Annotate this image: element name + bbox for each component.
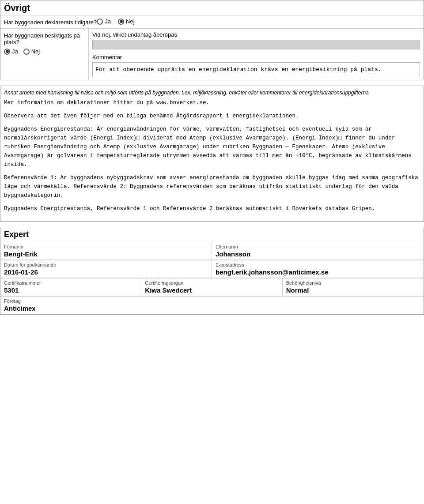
- info-paragraph2: Observera att det även följer med en bil…: [4, 112, 420, 120]
- kommentar-label: Kommentar: [92, 54, 420, 60]
- deklaration-nej-radio[interactable]: [118, 19, 124, 25]
- undantag-kommentar-col: Vid nej, vilket undantag åberopas Kommen…: [89, 29, 424, 80]
- behorighet-label: Behörighetsnivå: [286, 280, 420, 286]
- certifikat-label: Certifikatnummer: [4, 280, 137, 286]
- expert-datum-row: Datum för godkännande 2016-01-26 E-posta…: [0, 260, 424, 278]
- deklaration-ja-label[interactable]: Ja: [97, 18, 111, 25]
- expert-section: Expert Förnamn Bengt-Erik Efternamn Joha…: [0, 227, 424, 315]
- besiktigats-nej-label[interactable]: Nej: [23, 48, 40, 55]
- besiktigats-nej-radio[interactable]: [23, 49, 30, 55]
- certorgan-label: Certifieringsorgan: [145, 280, 278, 286]
- deklaration-row: Har byggnaden deklarerats tidigare? Ja N…: [0, 15, 424, 28]
- efternamn-label: Efternamn: [216, 244, 420, 249]
- foretag-value: Anticimex: [4, 305, 420, 312]
- deklaration-radios: Ja Nej: [97, 18, 420, 25]
- undantag-input[interactable]: [92, 40, 420, 49]
- besiktigats-col-left: Har byggnaden besiktigats på plats? Ja N…: [0, 29, 89, 80]
- epost-value: bengt.erik.johansson@anticimex.se: [216, 268, 420, 276]
- behorighet-cell: Behörighetsnivå Normal: [283, 278, 424, 296]
- fornamn-value: Bengt-Erik: [4, 250, 208, 258]
- info-paragraph4: Referensvärde 1: Är byggnadens nybyggnad…: [4, 173, 420, 200]
- datum-cell: Datum för godkännande 2016-01-26: [0, 260, 212, 278]
- expert-name-row: Förnamn Bengt-Erik Efternamn Johansson: [0, 242, 424, 260]
- foretag-label: Företag: [4, 298, 420, 304]
- besiktigats-label: Har byggnaden besiktigats på plats?: [4, 31, 92, 45]
- info-content: Mer information om deklarationer hittar …: [4, 98, 420, 213]
- kommentar-box: För att oberoende upprätta en energidekl…: [92, 62, 420, 77]
- fornamn-label: Förnamn: [4, 244, 208, 249]
- besiktigats-ja-label[interactable]: Ja: [4, 48, 18, 55]
- efternamn-value: Johansson: [216, 250, 420, 258]
- information-section: Annat arbete med hänvisning till hälsa o…: [0, 86, 424, 222]
- datum-label: Datum för godkännande: [4, 262, 208, 267]
- besiktigats-radios: Ja Nej: [4, 48, 85, 55]
- foretag-cell: Företag Anticimex: [0, 297, 424, 314]
- certifikat-value: 5301: [4, 286, 137, 294]
- behorighet-value: Normal: [286, 286, 420, 294]
- info-paragraph5: Byggnadens Energiprestanda, Referensvärd…: [4, 204, 420, 213]
- info-paragraph3: Byggnadens Energiprestanda: Är energianv…: [4, 125, 420, 169]
- epost-label: E-postadress: [216, 262, 420, 267]
- certorgan-value: Kiwa Swedcert: [145, 286, 278, 294]
- deklaration-nej-label[interactable]: Nej: [118, 18, 135, 25]
- certifikat-cell: Certifikatnummer 5301: [0, 278, 141, 296]
- expert-cert-row: Certifikatnummer 5301 Certifieringsorgan…: [0, 278, 424, 296]
- ovrigt-section: Övrigt Har byggnaden deklarerats tidigar…: [0, 0, 424, 80]
- deklaration-ja-radio[interactable]: [97, 19, 103, 25]
- deklaration-label: Har byggnaden deklarerats tidigare?: [4, 18, 97, 26]
- fornamn-cell: Förnamn Bengt-Erik: [0, 242, 212, 260]
- epost-cell: E-postadress bengt.erik.johansson@antici…: [212, 260, 424, 278]
- undantag-label: Vid nej, vilket undantag åberopas: [92, 31, 420, 38]
- ovrigt-title: Övrigt: [0, 0, 424, 15]
- certorgan-cell: Certifieringsorgan Kiwa Swedcert: [141, 278, 282, 296]
- expert-title: Expert: [0, 227, 424, 242]
- expert-foretag-row: Företag Anticimex: [0, 296, 424, 314]
- besiktigats-ja-radio[interactable]: [4, 49, 10, 55]
- efternamn-cell: Efternamn Johansson: [212, 242, 424, 260]
- besiktigats-section: Har byggnaden besiktigats på plats? Ja N…: [0, 28, 424, 80]
- info-small-label: Annat arbete med hänvisning till hälsa o…: [4, 90, 420, 96]
- datum-value: 2016-01-26: [4, 268, 208, 276]
- info-paragraph1: Mer information om deklarationer hittar …: [4, 98, 420, 107]
- kommentar-text: För att oberoende upprätta en energidekl…: [95, 66, 382, 73]
